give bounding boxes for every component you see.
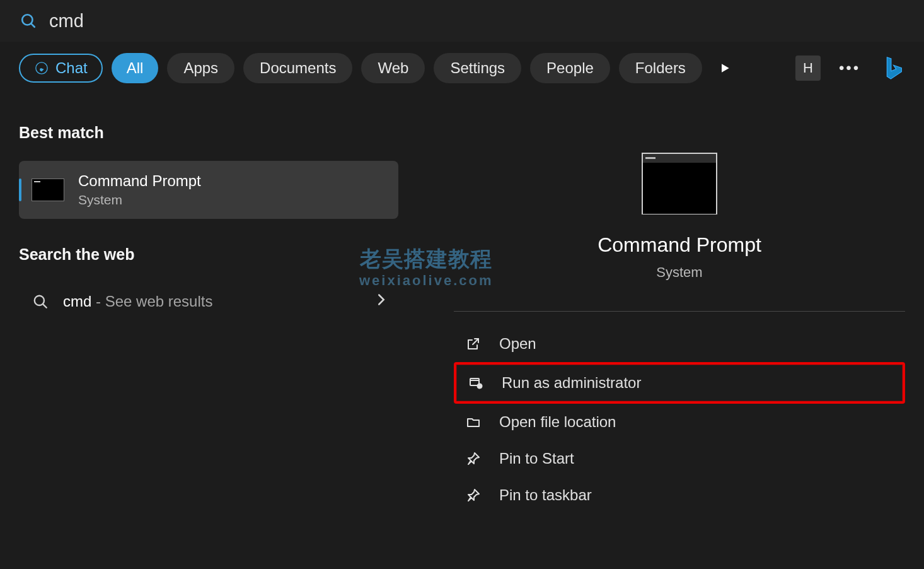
detail-app-icon — [642, 153, 717, 214]
pin-icon — [465, 487, 482, 503]
detail-column: Command Prompt System Open — [416, 111, 924, 569]
pin-icon — [465, 450, 482, 467]
filter-right: H ••• — [795, 54, 908, 83]
cmd-thumb-icon — [32, 179, 64, 201]
filter-folders[interactable]: Folders — [619, 53, 702, 83]
user-initial: H — [803, 60, 813, 76]
action-run-as-administrator[interactable]: Run as administrator — [454, 362, 905, 404]
bing-chat-icon — [34, 61, 49, 76]
user-avatar[interactable]: H — [795, 56, 821, 81]
search-bar — [0, 0, 924, 42]
chat-tab-label: Chat — [55, 59, 88, 77]
search-icon — [19, 11, 38, 30]
filter-row: Chat All Apps Documents Web Settings Peo… — [0, 42, 924, 103]
action-pin-start-label: Pin to Start — [499, 450, 574, 467]
result-title: Command Prompt — [78, 172, 201, 190]
action-open-file-location[interactable]: Open file location — [454, 404, 905, 440]
web-result-term: cmd — [63, 293, 91, 310]
filter-people[interactable]: People — [530, 53, 610, 83]
detail-subtitle: System — [454, 264, 905, 281]
search-icon — [32, 293, 49, 310]
action-open-label: Open — [499, 335, 536, 353]
result-command-prompt[interactable]: Command Prompt System — [19, 161, 398, 219]
best-match-heading: Best match — [19, 124, 398, 142]
result-subtitle: System — [78, 192, 201, 208]
detail-actions: Open Run as administrator — [454, 326, 905, 513]
web-result-cmd[interactable]: cmd - See web results — [19, 283, 398, 320]
chat-tab[interactable]: Chat — [19, 54, 103, 83]
svg-point-6 — [477, 384, 483, 389]
admin-icon — [468, 375, 484, 391]
divider — [454, 311, 905, 312]
action-open-location-label: Open file location — [499, 413, 616, 431]
action-run-admin-label: Run as administrator — [502, 374, 641, 392]
search-web-heading: Search the web — [19, 245, 398, 264]
web-result-suffix: - See web results — [91, 293, 212, 310]
svg-line-4 — [43, 304, 46, 307]
folder-icon — [465, 414, 482, 430]
chevron-right-icon — [377, 293, 386, 310]
action-pin-to-taskbar[interactable]: Pin to taskbar — [454, 477, 905, 513]
more-menu-icon[interactable]: ••• — [837, 56, 862, 81]
results-column: Best match Command Prompt System Search … — [0, 111, 416, 569]
filter-documents[interactable]: Documents — [243, 53, 352, 83]
action-pin-taskbar-label: Pin to taskbar — [499, 486, 592, 504]
filter-apps[interactable]: Apps — [167, 53, 234, 83]
bing-icon[interactable] — [879, 54, 908, 83]
svg-point-2 — [36, 62, 47, 74]
more-filters-arrow-icon[interactable] — [711, 54, 739, 82]
filter-settings[interactable]: Settings — [434, 53, 521, 83]
action-pin-to-start[interactable]: Pin to Start — [454, 440, 905, 477]
search-input[interactable] — [49, 11, 905, 32]
open-icon — [465, 336, 482, 352]
main-area: Best match Command Prompt System Search … — [0, 111, 924, 569]
filter-all[interactable]: All — [112, 53, 159, 83]
svg-line-1 — [31, 23, 34, 26]
action-open[interactable]: Open — [454, 326, 905, 362]
detail-title: Command Prompt — [454, 233, 905, 257]
filter-web[interactable]: Web — [361, 53, 425, 83]
